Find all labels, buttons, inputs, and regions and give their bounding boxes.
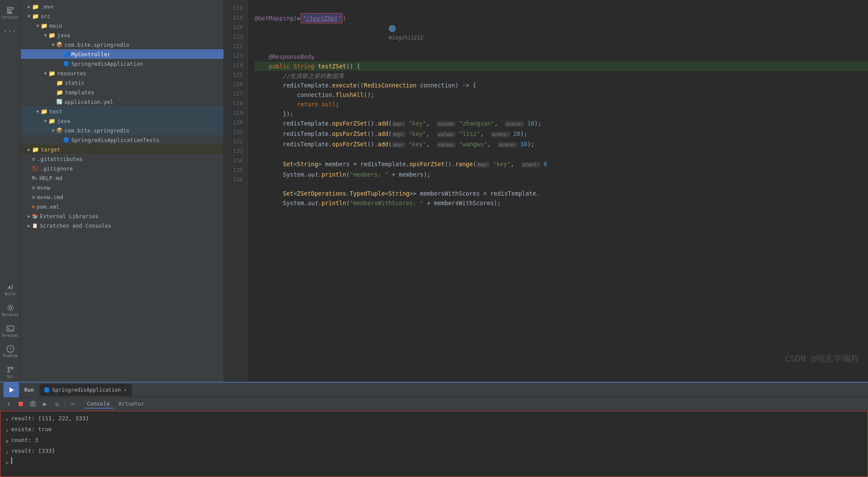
svg-point-3	[9, 306, 12, 309]
sidebar-item-dots[interactable]: ···	[1, 24, 19, 38]
arrow-icon: ▶	[26, 214, 32, 219]
code-text: redisTemplate.opsForZSet().add(key: "key…	[255, 129, 527, 139]
folder-icon: 📁	[56, 89, 63, 96]
list-item[interactable]: ≡ mvnw.cmd	[21, 192, 224, 202]
code-line: redisTemplate.opsForZSet().add(key: "key…	[255, 119, 868, 129]
package-icon: 📦	[56, 127, 63, 133]
forward-button[interactable]: ▶	[40, 399, 50, 409]
tree-item-label: mvnw.cmd	[37, 194, 63, 200]
code-line: @GetMapping(⊕"/testZSet") 👤 mingzhi1212	[255, 13, 868, 52]
arrow-icon: ▶	[26, 147, 32, 152]
more-button[interactable]: ⋯	[68, 399, 78, 409]
code-text: redisTemplate.opsForZSet().add(key: "key…	[255, 119, 541, 129]
tab-console[interactable]: Console	[83, 400, 113, 409]
snapshot-button[interactable]	[28, 399, 38, 409]
sidebar-item-build[interactable]: Build	[1, 280, 19, 299]
code-text: connection.flushAll();	[255, 90, 374, 100]
console-line: ↓ result: [333]	[6, 446, 862, 457]
code-line: System.out.println("members: " + members…	[255, 170, 868, 179]
tree-item-label: java	[57, 118, 70, 124]
list-item[interactable]: ▶ 📁 .mvn	[21, 2, 224, 11]
list-item[interactable]: ▼ 📦 com.bite.springredis	[21, 126, 224, 135]
code-text: public String testZSet() {	[255, 61, 360, 71]
folder-icon: 📁	[48, 118, 55, 124]
list-item[interactable]: ▼ 📁 java	[21, 30, 224, 40]
down-arrow-icon: ↓	[6, 426, 9, 435]
list-item[interactable]: ▼ 📁 java	[21, 116, 224, 126]
list-item[interactable]: 🔵 SpringredisApplicationTests	[21, 135, 224, 145]
tree-item-label: src	[41, 13, 51, 19]
svg-rect-2	[7, 13, 12, 13]
sidebar-item-terminal[interactable]: Terminal	[1, 322, 19, 341]
annotation-text: @GetMapping(	[255, 13, 297, 23]
tab-label: SpringredisApplication	[52, 387, 121, 393]
author-tag: 👤 mingzhi1212	[351, 14, 423, 52]
yaml-icon: 🔄	[56, 99, 63, 105]
console-tabs: Console Actuator	[83, 400, 148, 409]
sidebar-item-problems[interactable]: Problem	[1, 342, 19, 361]
scroll-up-button[interactable]: ↑	[3, 399, 14, 409]
main-layout: Structur ··· Build Services Terminal	[0, 0, 868, 382]
tree-item-label: MyController	[71, 51, 110, 58]
tree-item-label: test	[49, 108, 62, 115]
list-item[interactable]: 🚫 .gitignore	[21, 164, 224, 173]
sidebar-icons: Structur ··· Build Services Terminal	[0, 0, 21, 382]
refresh-button[interactable]: ↻	[52, 399, 62, 409]
console-text: existe: true	[11, 425, 52, 434]
tree-item-label: HELP.md	[39, 175, 62, 181]
code-line: Set<ZSetOperations.TypedTuple<String>> m…	[255, 189, 868, 198]
scratch-icon: 📋	[32, 223, 38, 229]
list-item[interactable]: ▼ 📁 resources	[21, 68, 224, 78]
list-item[interactable]: ▼ 📦 com.bite.springredis	[21, 40, 224, 49]
list-item[interactable]: 🔵 SpringredisApplication	[21, 59, 224, 68]
tree-item-label: target	[41, 146, 60, 153]
list-item[interactable]: ▼ 📁 src	[21, 11, 224, 21]
sidebar-item-git[interactable]: Git	[1, 363, 19, 382]
tree-item-label: java	[57, 32, 70, 39]
tab-close-button[interactable]: ✕	[123, 387, 128, 393]
down-arrow-icon-2: ↓	[6, 448, 9, 457]
list-item[interactable]: M↓ HELP.md	[21, 173, 224, 183]
list-item[interactable]: 🔄 application.yml	[21, 97, 224, 106]
library-icon: 📚	[32, 213, 38, 219]
gitignore-icon: 🚫	[32, 165, 38, 171]
code-line: });	[255, 109, 868, 119]
list-item[interactable]: 📁 templates	[21, 87, 224, 97]
list-item[interactable]: ▶ 📚 External Libraries	[21, 211, 224, 221]
console-output: ↑ result: [111, 222, 333] ↓ existe: true…	[0, 411, 868, 477]
bottom-tabs-bar: Run 🔵 SpringredisApplication ✕	[0, 383, 868, 397]
arrow-icon: ▼	[50, 42, 56, 47]
list-item[interactable]: 🔵 MyController	[21, 49, 224, 59]
sidebar-item-terminal-label: Terminal	[2, 334, 19, 338]
code-text: Set<String> members = redisTemplate.opsF…	[255, 159, 547, 170]
list-item[interactable]: m pom.xml	[21, 202, 224, 211]
code-line: Set<String> members = redisTemplate.opsF…	[255, 159, 868, 170]
tab-actuator[interactable]: Actuator	[115, 400, 148, 409]
list-item[interactable]: ▶ 📋 Scratches and Consoles	[21, 221, 224, 230]
list-item[interactable]: ▼ 📁 main	[21, 21, 224, 30]
package-icon: 📦	[56, 42, 63, 48]
sidebar-item-services[interactable]: Services	[1, 301, 19, 320]
stop-button[interactable]	[16, 399, 26, 409]
folder-icon: 📁	[56, 80, 63, 86]
console-line: ↑ result: [111, 222, 333]	[6, 414, 862, 425]
author-name: mingzhi1212	[389, 35, 423, 41]
list-item[interactable]: ≡ mvnw	[21, 183, 224, 192]
svg-marker-9	[10, 387, 14, 393]
sidebar-item-structure[interactable]: Structur	[1, 3, 19, 23]
console-line: ↓ existe: true	[6, 425, 862, 435]
list-item[interactable]: ≡ .gitattributes	[21, 154, 224, 164]
console-cursor	[11, 457, 16, 464]
console-text: result: [333]	[11, 446, 55, 456]
actuator-tab-label: Actuator	[119, 400, 144, 407]
list-item[interactable]: 📁 static	[21, 78, 224, 87]
run-button[interactable]	[3, 382, 19, 398]
tree-item-label: SpringredisApplication	[71, 61, 143, 67]
file-tree: ▶ 📁 .mvn ▼ 📁 src ▼ 📁 main ▼	[21, 0, 224, 382]
svg-point-8	[8, 371, 10, 372]
list-item[interactable]: ▶ 📁 target	[21, 145, 224, 154]
tab-springredis[interactable]: 🔵 SpringredisApplication ✕	[39, 384, 132, 396]
list-item[interactable]: ▼ 📁 test	[21, 106, 224, 116]
line-numbers: 118 119 120 121 122 123 124 125 126 127 …	[224, 0, 248, 382]
arrow-icon: ▼	[35, 109, 41, 114]
